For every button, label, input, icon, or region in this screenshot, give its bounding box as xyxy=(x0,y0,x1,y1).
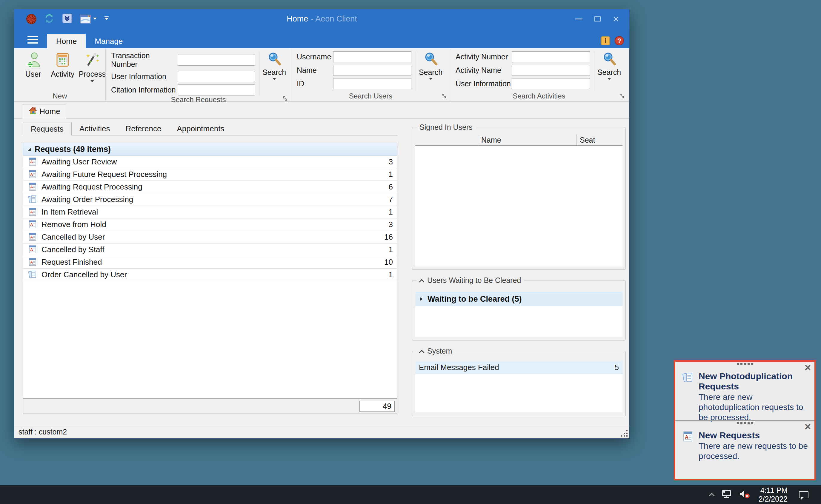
search-requests-caret-icon xyxy=(272,78,276,82)
document-tab-strip: Home xyxy=(14,102,629,119)
queue-count: 1 xyxy=(389,207,393,217)
request-user-information-input[interactable] xyxy=(178,71,255,82)
system-title: System xyxy=(427,347,452,355)
waiting-to-be-cleared-group[interactable]: Waiting to be Cleared (5) xyxy=(415,292,623,306)
request-icon: A xyxy=(28,232,37,243)
search-icon xyxy=(267,52,281,67)
close-button[interactable]: × xyxy=(607,9,625,29)
queue-row-request-finished[interactable]: A Request Finished 10 xyxy=(23,256,397,269)
transaction-number-label: Transaction Number xyxy=(111,51,178,69)
citation-information-input[interactable] xyxy=(178,84,255,95)
queue-row-awaiting-future-request-processing[interactable]: A Awaiting Future Request Processing 1 xyxy=(23,168,397,181)
ribbon-tab-home[interactable]: Home xyxy=(47,34,86,48)
username-label: Username xyxy=(297,53,333,61)
user-id-input[interactable] xyxy=(333,78,412,89)
document-tab-home[interactable]: Home xyxy=(23,104,66,119)
requests-group-header[interactable]: Requests (49 items) xyxy=(23,143,397,156)
activity-number-input[interactable] xyxy=(512,51,590,62)
queue-row-cancelled-by-staff[interactable]: A Cancelled by Staff 1 xyxy=(23,243,397,256)
queue-label: In Item Retrieval xyxy=(41,207,384,217)
new-activity-button[interactable]: Activity xyxy=(50,51,76,78)
new-user-label: User xyxy=(25,70,41,78)
action-center-icon[interactable] xyxy=(799,491,808,498)
collapse-chevron-icon[interactable] xyxy=(420,279,424,284)
system-list: Email Messages Failed 5 xyxy=(415,361,623,412)
search-requests-label: Search xyxy=(262,68,286,77)
column-blank[interactable] xyxy=(415,135,478,145)
transaction-number-input[interactable] xyxy=(178,55,255,66)
status-bar: staff : custom2 xyxy=(14,425,629,438)
hamburger-menu-icon[interactable] xyxy=(27,33,40,47)
notification-stack: × New Photoduplication Requests There ar… xyxy=(674,360,816,480)
queue-count: 3 xyxy=(389,157,393,167)
requests-footer: 49 xyxy=(23,398,397,414)
queue-count: 16 xyxy=(384,232,393,242)
toast-drag-handle[interactable] xyxy=(675,363,814,365)
minimize-button[interactable] xyxy=(570,9,588,29)
queue-row-awaiting-request-processing[interactable]: A Awaiting Request Processing 6 xyxy=(23,181,397,193)
column-seat[interactable]: Seat xyxy=(577,135,623,145)
queue-row-order-cancelled-by-user[interactable]: Order Cancelled by User 1 xyxy=(23,269,397,281)
queue-row-awaiting-order-processing[interactable]: Awaiting Order Processing 7 xyxy=(23,193,397,206)
new-process-button[interactable]: Process xyxy=(79,51,105,84)
svg-text:A: A xyxy=(30,260,33,264)
requests-total-box: 49 xyxy=(359,401,395,412)
content-tabs: Requests Activities Reference Appointmen… xyxy=(23,122,397,135)
activity-name-input[interactable] xyxy=(512,65,590,76)
request-icon: A xyxy=(28,244,37,255)
username-input[interactable] xyxy=(333,51,412,62)
status-text: staff : custom2 xyxy=(19,428,67,436)
queue-row-in-item-retrieval[interactable]: A In Item Retrieval 1 xyxy=(23,206,397,218)
group-label-search-users: Search Users xyxy=(349,92,392,100)
search-activities-button[interactable]: Search xyxy=(594,51,624,91)
new-user-button[interactable]: User xyxy=(20,51,46,78)
help-icon[interactable]: ? xyxy=(615,36,624,45)
ribbon-tab-home-label: Home xyxy=(56,37,77,46)
column-name[interactable]: Name xyxy=(478,135,577,145)
tab-appointments[interactable]: Appointments xyxy=(169,122,232,135)
ribbon-group-search-activities: Activity Number Activity Name User Infor… xyxy=(450,48,628,101)
svg-text:A: A xyxy=(30,235,33,239)
email-messages-failed-row[interactable]: Email Messages Failed 5 xyxy=(415,361,623,374)
search-requests-dialog-launcher-icon[interactable] xyxy=(283,96,288,101)
toast-message: There are new photoduplication requests … xyxy=(699,392,810,423)
tab-reference[interactable]: Reference xyxy=(118,122,169,135)
toast-title: New Requests xyxy=(699,430,810,440)
new-process-label: Process xyxy=(79,70,106,78)
queue-row-awaiting-user-review[interactable]: A Awaiting User Review 3 xyxy=(23,156,397,168)
search-users-button[interactable]: Search xyxy=(416,51,446,91)
queue-label: Remove from Hold xyxy=(41,220,384,229)
search-activities-dialog-launcher-icon[interactable] xyxy=(620,94,625,99)
request-icon: A xyxy=(682,430,694,461)
search-users-label: Search xyxy=(419,68,443,77)
order-icon xyxy=(28,269,37,280)
maximize-button[interactable] xyxy=(588,9,607,29)
ribbon-tab-manage[interactable]: Manage xyxy=(86,34,132,48)
network-icon[interactable] xyxy=(722,490,732,500)
window-title-primary: Home xyxy=(286,14,308,24)
ribbon-tab-row: Home Manage i ? xyxy=(14,29,629,48)
taskbar-clock[interactable]: 4:11 PM 2/2/2022 xyxy=(759,486,788,503)
queue-row-cancelled-by-user[interactable]: A Cancelled by User 16 xyxy=(23,231,397,243)
user-name-input[interactable] xyxy=(333,65,412,76)
tab-requests[interactable]: Requests xyxy=(23,122,72,135)
tray-overflow-chevron-icon[interactable] xyxy=(709,493,715,497)
activity-name-label: Activity Name xyxy=(456,66,512,75)
about-icon[interactable]: i xyxy=(601,36,610,45)
search-requests-button[interactable]: Search xyxy=(259,51,289,95)
clock-time: 4:11 PM xyxy=(760,486,788,494)
activity-user-information-input[interactable] xyxy=(512,78,590,89)
toast-new-requests[interactable]: × A New Requests There are new requests … xyxy=(675,420,814,479)
activity-number-label: Activity Number xyxy=(456,53,512,61)
toast-new-photoduplication-requests[interactable]: × New Photoduplication Requests There ar… xyxy=(675,362,814,420)
tab-activities[interactable]: Activities xyxy=(72,122,118,135)
volume-muted-icon[interactable] xyxy=(739,490,750,500)
resize-grip[interactable] xyxy=(626,435,628,437)
search-users-dialog-launcher-icon[interactable] xyxy=(442,94,447,99)
collapse-chevron-icon[interactable] xyxy=(420,350,424,355)
activity-user-information-label: User Information xyxy=(456,79,512,88)
queue-row-remove-from-hold[interactable]: A Remove from Hold 3 xyxy=(23,218,397,231)
queue-label: Awaiting Order Processing xyxy=(41,195,384,204)
svg-text:A: A xyxy=(30,222,33,227)
toast-drag-handle[interactable] xyxy=(675,422,814,424)
